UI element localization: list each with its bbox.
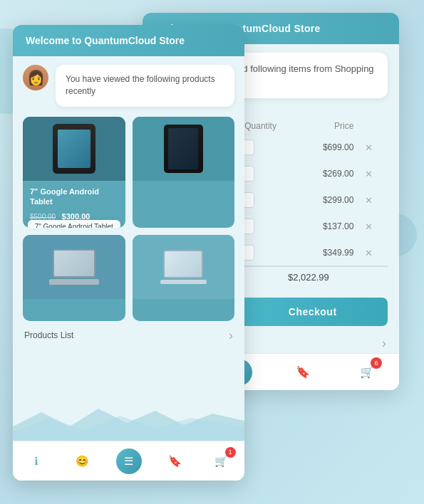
nav-icon-info[interactable]: ℹ <box>24 448 49 474</box>
front-card-body: 👩 You have viewed the following products… <box>13 56 244 434</box>
nav-icon-bookmark-front[interactable]: 🔖 <box>162 448 188 474</box>
cart-badge-front: 1 <box>225 447 236 458</box>
product-title-ipad <box>140 187 228 196</box>
product-image-surface <box>23 235 125 299</box>
cart-remove-button[interactable]: ✕ <box>359 187 388 214</box>
white-tablet-icon <box>160 250 207 284</box>
front-card-header: Welcome to QuantumCloud Store <box>13 25 244 56</box>
cart-remove-button[interactable]: ✕ <box>359 240 388 267</box>
front-chat-row: 👩 You have viewed the following products… <box>23 65 234 107</box>
surface-screen <box>53 249 95 278</box>
cart-remove-button[interactable]: ✕ <box>359 161 388 187</box>
product-info-ipad <box>133 181 235 202</box>
product-image-white <box>133 235 235 299</box>
white-base <box>160 280 207 284</box>
product-card-surface[interactable] <box>23 235 125 320</box>
products-list-label: Products List <box>24 330 73 340</box>
nav-icon-face-front[interactable]: 😊 <box>70 448 95 474</box>
surface-icon <box>49 249 99 285</box>
cart-item-price: $349.99 <box>282 240 359 267</box>
avatar-front: 👩 <box>23 65 48 90</box>
ipad-icon <box>164 125 203 173</box>
android-tablet-icon <box>53 124 95 174</box>
product-tooltip: 7" Google Android Tablet <box>28 220 120 228</box>
cart-item-price: $269.00 <box>282 161 359 187</box>
cart-item-price: $137.00 <box>282 214 359 240</box>
nav-icon-bookmark[interactable]: 🔖 <box>289 359 316 386</box>
col-price: Price <box>282 118 359 135</box>
product-card-white[interactable] <box>133 235 235 320</box>
product-title-surface <box>30 305 118 315</box>
product-info-surface <box>23 299 125 320</box>
front-card-title: Welcome to QuantumCloud Store <box>26 35 185 46</box>
product-info-white <box>133 299 235 320</box>
front-chat-message: You have viewed the following products r… <box>66 74 215 96</box>
product-list-card: Welcome to QuantumCloud Store 👩 You have… <box>13 25 244 481</box>
product-image-android <box>23 117 125 181</box>
product-grid: 7" Google Android Tablet $500.00 $300.00… <box>23 117 234 321</box>
front-card-nav: ℹ 😊 ☰ 🔖 🛒 1 <box>13 441 244 481</box>
product-card-ipad[interactable] <box>133 117 235 229</box>
col-remove <box>359 118 388 135</box>
nav-icon-cart[interactable]: 🛒 6 <box>353 359 381 386</box>
cart-badge: 6 <box>371 357 382 369</box>
surface-base <box>49 279 99 285</box>
cart-item-price: $699.00 <box>282 135 359 161</box>
product-image-ipad <box>133 117 235 181</box>
products-list-arrow-icon[interactable]: › <box>229 328 233 343</box>
product-title-white <box>140 305 228 315</box>
product-title-android: 7" Google Android Tablet <box>30 187 118 207</box>
nav-icon-cart-front[interactable]: 🛒 1 <box>209 448 234 474</box>
cart-remove-button[interactable]: ✕ <box>359 135 388 161</box>
cart-total-pad <box>359 266 388 288</box>
white-screen <box>163 250 203 278</box>
front-chat-bubble: You have viewed the following products r… <box>56 65 234 107</box>
continue-arrow-icon[interactable]: › <box>382 336 386 351</box>
checkout-button[interactable]: Checkout <box>237 298 388 326</box>
product-card-android[interactable]: 7" Google Android Tablet $500.00 $300.00… <box>23 117 125 229</box>
avatar-face-front: 👩 <box>23 65 48 90</box>
cart-total-value: $2,022.99 <box>282 266 359 288</box>
products-list-row: Products List › <box>23 321 234 347</box>
cart-item-price: $299.00 <box>282 187 359 214</box>
cart-remove-button[interactable]: ✕ <box>359 214 388 240</box>
nav-icon-menu-front[interactable]: ☰ <box>116 448 142 474</box>
